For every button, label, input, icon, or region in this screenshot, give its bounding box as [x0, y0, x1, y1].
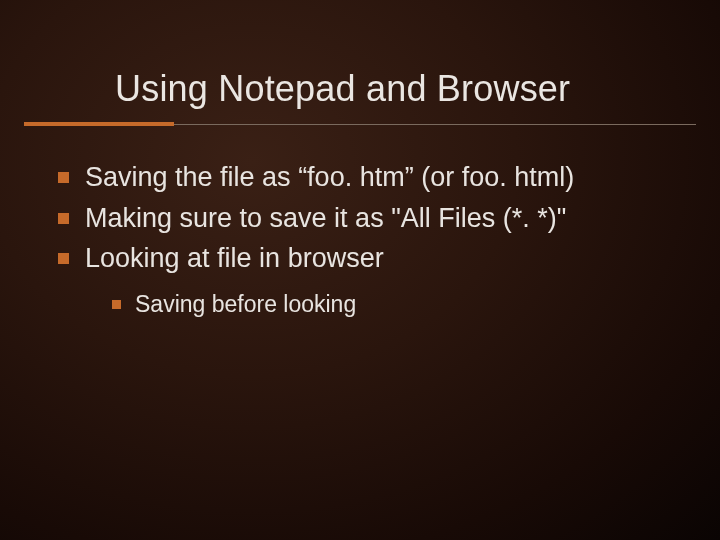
list-item: Saving the file as “foo. htm” (or foo. h…: [58, 160, 680, 195]
list-item-text: Saving the file as “foo. htm” (or foo. h…: [85, 160, 574, 195]
slide-body: Saving the file as “foo. htm” (or foo. h…: [58, 160, 680, 326]
sub-list-item-text: Saving before looking: [135, 290, 356, 320]
slide-title: Using Notepad and Browser: [115, 68, 570, 110]
sub-list-item: Saving before looking: [112, 290, 680, 320]
square-bullet-icon: [112, 300, 121, 309]
list-item-text: Making sure to save it as "All Files (*.…: [85, 201, 566, 236]
square-bullet-icon: [58, 213, 69, 224]
list-item: Looking at file in browser: [58, 241, 680, 276]
title-underline: [0, 122, 720, 130]
list-item-text: Looking at file in browser: [85, 241, 384, 276]
list-item: Making sure to save it as "All Files (*.…: [58, 201, 680, 236]
square-bullet-icon: [58, 253, 69, 264]
slide: Using Notepad and Browser Saving the fil…: [0, 0, 720, 540]
square-bullet-icon: [58, 172, 69, 183]
